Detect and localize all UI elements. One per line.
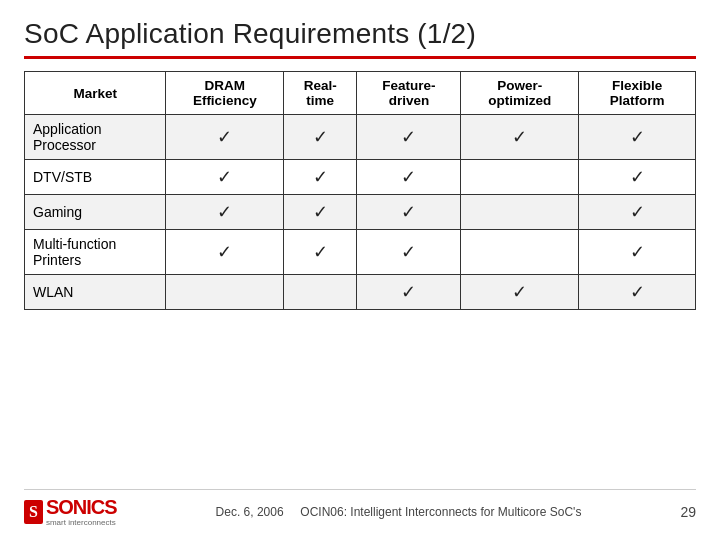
market-cell: Multi-function Printers (25, 230, 166, 275)
logo: S SONICS smart interconnects (24, 496, 117, 528)
flexible-cell: ✓ (579, 195, 696, 230)
check-mark: ✓ (401, 127, 416, 147)
logo-tagline: smart interconnects (46, 519, 117, 528)
flexible-cell: ✓ (579, 230, 696, 275)
footer-conference: Dec. 6, 2006 OCIN06: Intelligent Interco… (133, 505, 665, 519)
check-mark: ✓ (401, 282, 416, 302)
dram-cell: ✓ (166, 160, 284, 195)
realtime-cell (284, 275, 357, 310)
check-mark: ✓ (630, 167, 645, 187)
feature-cell: ✓ (357, 115, 461, 160)
logo-wordmark: SONICS smart interconnects (46, 496, 117, 528)
realtime-cell: ✓ (284, 160, 357, 195)
footer-conference-name: OCIN06: Intelligent Interconnects for Mu… (300, 505, 581, 519)
check-mark: ✓ (217, 242, 232, 262)
table-row: Multi-function Printers✓✓✓✓ (25, 230, 696, 275)
col-header-power: Power-optimized (461, 72, 579, 115)
table-header-row: Market DRAM Efficiency Real-time Feature… (25, 72, 696, 115)
power-cell: ✓ (461, 275, 579, 310)
dram-cell: ✓ (166, 195, 284, 230)
check-mark: ✓ (217, 127, 232, 147)
check-mark: ✓ (512, 127, 527, 147)
footer-page-number: 29 (680, 504, 696, 520)
market-cell: WLAN (25, 275, 166, 310)
feature-cell: ✓ (357, 160, 461, 195)
realtime-cell: ✓ (284, 115, 357, 160)
check-mark: ✓ (401, 167, 416, 187)
dram-cell (166, 275, 284, 310)
table-row: WLAN✓✓✓ (25, 275, 696, 310)
requirements-table: Market DRAM Efficiency Real-time Feature… (24, 71, 696, 310)
page: SoC Application Requirements (1/2) Marke… (0, 0, 720, 540)
check-mark: ✓ (313, 202, 328, 222)
col-header-market: Market (25, 72, 166, 115)
check-mark: ✓ (630, 127, 645, 147)
requirements-table-wrapper: Market DRAM Efficiency Real-time Feature… (24, 71, 696, 479)
col-header-feature: Feature-driven (357, 72, 461, 115)
power-cell (461, 160, 579, 195)
dram-cell: ✓ (166, 230, 284, 275)
table-row: Application Processor✓✓✓✓✓ (25, 115, 696, 160)
check-mark: ✓ (401, 202, 416, 222)
market-cell: Application Processor (25, 115, 166, 160)
flexible-cell: ✓ (579, 275, 696, 310)
realtime-cell: ✓ (284, 195, 357, 230)
logo-name: SONICS (46, 496, 117, 518)
flexible-cell: ✓ (579, 115, 696, 160)
dram-cell: ✓ (166, 115, 284, 160)
check-mark: ✓ (313, 242, 328, 262)
feature-cell: ✓ (357, 230, 461, 275)
col-header-realtime: Real-time (284, 72, 357, 115)
col-header-dram: DRAM Efficiency (166, 72, 284, 115)
check-mark: ✓ (313, 127, 328, 147)
table-row: DTV/STB✓✓✓✓ (25, 160, 696, 195)
realtime-cell: ✓ (284, 230, 357, 275)
feature-cell: ✓ (357, 195, 461, 230)
power-cell (461, 195, 579, 230)
footer: S SONICS smart interconnects Dec. 6, 200… (24, 489, 696, 528)
check-mark: ✓ (630, 282, 645, 302)
power-cell: ✓ (461, 115, 579, 160)
check-mark: ✓ (217, 202, 232, 222)
check-mark: ✓ (313, 167, 328, 187)
feature-cell: ✓ (357, 275, 461, 310)
check-mark: ✓ (630, 242, 645, 262)
check-mark: ✓ (630, 202, 645, 222)
check-mark: ✓ (401, 242, 416, 262)
check-mark: ✓ (217, 167, 232, 187)
page-title: SoC Application Requirements (1/2) (24, 18, 696, 50)
table-row: Gaming✓✓✓✓ (25, 195, 696, 230)
market-cell: DTV/STB (25, 160, 166, 195)
footer-date: Dec. 6, 2006 (216, 505, 284, 519)
power-cell (461, 230, 579, 275)
flexible-cell: ✓ (579, 160, 696, 195)
logo-icon: S (24, 500, 43, 524)
market-cell: Gaming (25, 195, 166, 230)
check-mark: ✓ (512, 282, 527, 302)
footer-left: S SONICS smart interconnects (24, 496, 117, 528)
col-header-flexible: Flexible Platform (579, 72, 696, 115)
red-rule (24, 56, 696, 59)
